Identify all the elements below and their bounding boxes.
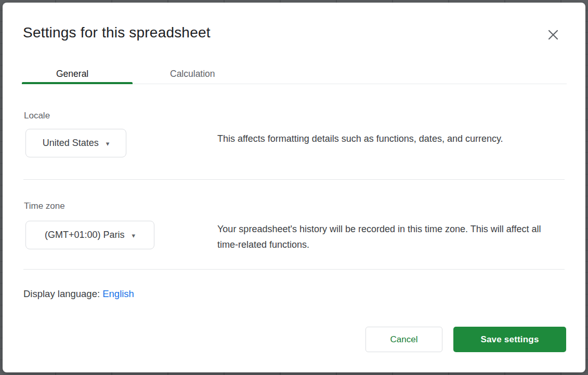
dialog-title: Settings for this spreadsheet — [23, 24, 211, 41]
close-icon — [547, 29, 559, 41]
locale-dropdown-value: United States — [43, 138, 99, 149]
close-button[interactable] — [544, 25, 563, 44]
locale-dropdown[interactable]: United States ▾ — [25, 129, 126, 157]
display-language-link[interactable]: English — [102, 288, 134, 299]
locale-label: Locale — [24, 110, 50, 122]
chevron-down-icon: ▾ — [132, 232, 136, 239]
section-divider — [23, 179, 565, 180]
timezone-dropdown-value: (GMT+01:00) Paris — [45, 230, 125, 240]
active-tab-indicator — [22, 82, 133, 84]
timezone-description: Your spreadsheet's history will be recor… — [217, 221, 555, 252]
tab-calculation[interactable]: Calculation — [170, 67, 215, 81]
cancel-button[interactable]: Cancel — [365, 327, 442, 352]
chevron-down-icon: ▾ — [106, 140, 110, 147]
spreadsheet-settings-dialog: Settings for this spreadsheet General Ca… — [3, 3, 585, 372]
display-language-row: Display language: English — [23, 288, 134, 300]
timezone-label: Time zone — [24, 200, 65, 212]
display-language-label: Display language: — [23, 288, 100, 299]
section-divider — [23, 269, 565, 270]
tab-general[interactable]: General — [56, 67, 88, 81]
timezone-dropdown[interactable]: (GMT+01:00) Paris ▾ — [25, 221, 154, 249]
save-settings-button[interactable]: Save settings — [453, 327, 566, 352]
locale-description: This affects formatting details such as … — [217, 131, 529, 146]
